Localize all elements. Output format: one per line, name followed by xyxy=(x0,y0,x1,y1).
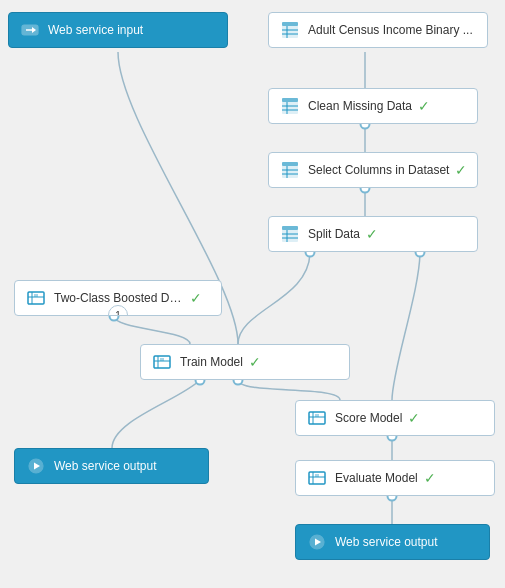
svg-rect-28 xyxy=(282,162,298,166)
module-icon-3 xyxy=(279,223,301,245)
train-model-label: Train Model xyxy=(180,355,243,369)
web-service-input-1-label: Web service input xyxy=(48,23,143,37)
two-class-boosted-label: Two-Class Boosted Decision ... xyxy=(54,291,184,305)
web-service-output-1-label: Web service output xyxy=(54,459,157,473)
module-icon-7 xyxy=(306,467,328,489)
module-icon-2 xyxy=(279,159,301,181)
adult-census-label: Adult Census Income Binary ... xyxy=(308,23,473,37)
evaluate-model-label: Evaluate Model xyxy=(335,471,418,485)
output-icon-2 xyxy=(306,531,328,553)
clean-missing-data-node[interactable]: Clean Missing Data ✓ xyxy=(268,88,478,124)
two-class-boosted-check: ✓ xyxy=(190,290,202,306)
module-icon-4 xyxy=(25,287,47,309)
svg-rect-52 xyxy=(315,474,319,477)
data-icon xyxy=(279,19,301,41)
svg-rect-44 xyxy=(160,358,164,361)
web-service-output-2-node[interactable]: Web service output xyxy=(295,524,490,560)
clean-missing-data-label: Clean Missing Data xyxy=(308,99,412,113)
svg-rect-48 xyxy=(315,414,319,417)
web-service-input-1-node[interactable]: Web service input xyxy=(8,12,228,48)
input-icon xyxy=(19,19,41,41)
select-columns-label: Select Columns in Dataset xyxy=(308,163,449,177)
score-model-node[interactable]: Score Model ✓ xyxy=(295,400,495,436)
split-data-node[interactable]: Split Data ✓ xyxy=(268,216,478,252)
web-service-output-1-node[interactable]: Web service output xyxy=(14,448,209,484)
module-icon xyxy=(279,95,301,117)
svg-rect-37 xyxy=(28,292,44,304)
adult-census-node[interactable]: Adult Census Income Binary ... xyxy=(268,12,488,48)
two-class-boosted-node[interactable]: Two-Class Boosted Decision ... ✓ 1 xyxy=(14,280,222,316)
two-class-badge: 1 xyxy=(108,305,128,316)
clean-missing-check: ✓ xyxy=(418,98,430,114)
train-model-check: ✓ xyxy=(249,354,261,370)
train-model-node[interactable]: Train Model ✓ xyxy=(140,344,350,380)
module-icon-6 xyxy=(306,407,328,429)
svg-rect-18 xyxy=(282,22,298,26)
ml-canvas: Web service input Adult Census Income Bi… xyxy=(0,0,505,588)
output-icon-1 xyxy=(25,455,47,477)
svg-rect-49 xyxy=(309,472,325,484)
evaluate-model-check: ✓ xyxy=(424,470,436,486)
web-service-output-2-label: Web service output xyxy=(335,535,438,549)
score-model-check: ✓ xyxy=(408,410,420,426)
svg-rect-45 xyxy=(309,412,325,424)
select-columns-check: ✓ xyxy=(455,162,467,178)
svg-rect-33 xyxy=(282,226,298,230)
svg-rect-41 xyxy=(154,356,170,368)
evaluate-model-node[interactable]: Evaluate Model ✓ xyxy=(295,460,495,496)
split-data-label: Split Data xyxy=(308,227,360,241)
module-icon-5 xyxy=(151,351,173,373)
split-data-check: ✓ xyxy=(366,226,378,242)
svg-rect-40 xyxy=(34,294,38,297)
svg-rect-23 xyxy=(282,98,298,102)
score-model-label: Score Model xyxy=(335,411,402,425)
select-columns-node[interactable]: Select Columns in Dataset ✓ xyxy=(268,152,478,188)
